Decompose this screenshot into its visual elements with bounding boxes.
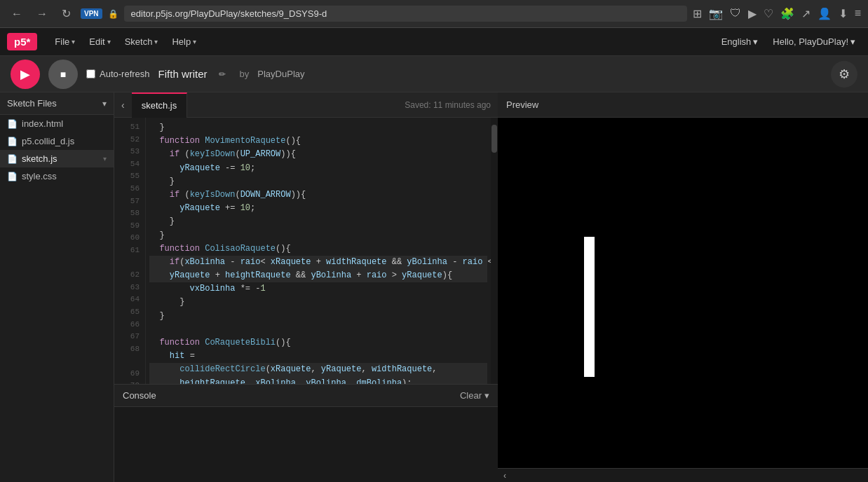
language-button[interactable]: English ▾ — [716, 36, 764, 47]
editor-tab-bar: ‹ sketch.js Saved: 11 minutes ago — [114, 92, 498, 118]
menu-icon[interactable]: ≡ — [855, 7, 861, 20]
sidebar-title: Sketch Files — [7, 98, 57, 109]
stop-icon: ■ — [60, 69, 66, 80]
lock-icon: 🔒 — [108, 9, 118, 19]
shield-icon[interactable]: 🛡 — [730, 7, 741, 20]
file-icon: 📄 — [7, 154, 18, 164]
console-body — [114, 407, 498, 482]
code-line: function CoRaqueteBibli(){ — [149, 336, 487, 350]
puzzle-icon[interactable]: 🧩 — [780, 7, 794, 20]
app-header: p5* File ▾ Edit ▾ Sketch ▾ Help ▾ Englis… — [0, 28, 868, 56]
file-item-index[interactable]: 📄 index.html — [0, 115, 114, 132]
heart-icon[interactable]: ♡ — [764, 7, 773, 20]
console-area: Console Clear ▾ — [114, 384, 498, 482]
code-line: if(xBolinha - raio< xRaquete + widthRaqu… — [149, 256, 487, 269]
user-arrow: ▾ — [850, 36, 855, 47]
preview-area: Preview ‹ — [498, 92, 868, 482]
code-line: } — [149, 121, 487, 135]
forward-button[interactable]: → — [32, 5, 52, 23]
vpn-badge: VPN — [81, 8, 102, 19]
url-bar[interactable] — [124, 6, 687, 22]
code-line: yRaquete -= 10; — [149, 162, 487, 175]
download-icon[interactable]: ⬇ — [839, 7, 848, 20]
browser-bar: ← → ↻ VPN 🔒 ⊞ 📷 🛡 ▶ ♡ 🧩 ↗ 👤 ⬇ ≡ — [0, 0, 868, 28]
line-numbers: 51 52 53 54 55 56 57 58 59 60 61 62 63 6… — [114, 118, 146, 384]
person-icon[interactable]: 👤 — [818, 7, 832, 20]
sketch-menu-arrow: ▾ — [154, 38, 158, 46]
share-icon[interactable]: ↗ — [801, 7, 811, 20]
code-line: } — [149, 175, 487, 188]
console-header: Console Clear ▾ — [114, 385, 498, 407]
sketch-menu[interactable]: Sketch ▾ — [118, 28, 165, 56]
code-line — [149, 323, 487, 336]
file-item-sketch[interactable]: 📄 sketch.js ▾ — [0, 150, 114, 167]
code-line: } — [149, 215, 487, 228]
code-line: function MovimentoRaquete(){ — [149, 135, 487, 148]
header-right: English ▾ Hello, PlayDuPlay! ▾ — [716, 36, 861, 47]
file-menu[interactable]: File ▾ — [48, 28, 82, 56]
code-line: yRaquete += 10; — [149, 202, 487, 215]
preview-canvas — [498, 118, 868, 468]
edit-menu-arrow: ▾ — [107, 38, 111, 46]
toolbar: ▶ ■ Auto-refresh Fifth writer ✏ by PlayD… — [0, 56, 868, 92]
settings-icon: ⚙ — [839, 67, 850, 82]
play-button[interactable]: ▶ — [11, 60, 40, 89]
editor-scrollbar[interactable] — [491, 118, 498, 384]
preview-bottom-bar: ‹ — [498, 468, 868, 482]
sidebar-header: Sketch Files ▾ — [0, 92, 114, 115]
code-line: if (keyIsDown(DOWN_ARROW)){ — [149, 188, 487, 202]
code-line: vxBolinha *= -1 — [149, 282, 487, 296]
tab-sketch-js[interactable]: sketch.js — [132, 92, 188, 118]
code-line: function ColisaoRaquete(){ — [149, 242, 487, 256]
code-line: } — [149, 310, 487, 323]
file-icon: 📄 — [7, 137, 18, 146]
edit-menu[interactable]: Edit ▾ — [82, 28, 117, 56]
help-menu[interactable]: Help ▾ — [165, 28, 203, 56]
author-name: PlayDuPlay — [257, 69, 304, 79]
lang-arrow: ▾ — [753, 36, 758, 47]
browser-icons: ⊞ 📷 🛡 ▶ ♡ 🧩 ↗ 👤 ⬇ ≡ — [693, 7, 861, 20]
code-line: heightRaquete, xBolinha, yBolinha, dmBol… — [149, 377, 487, 384]
file-icon: 📄 — [7, 119, 18, 129]
camera-icon[interactable]: 📷 — [709, 7, 723, 20]
preview-header: Preview — [498, 92, 868, 118]
console-title: Console — [123, 390, 156, 401]
edit-pencil-icon[interactable]: ✏ — [219, 69, 226, 79]
console-clear-button[interactable]: Clear ▾ — [460, 390, 489, 401]
code-editor: 51 52 53 54 55 56 57 58 59 60 61 62 63 6… — [114, 118, 498, 384]
code-line: collideRectCircle(xRaquete, yRaquete, wi… — [149, 363, 487, 376]
auto-refresh-label[interactable]: Auto-refresh — [86, 69, 150, 79]
play-icon[interactable]: ▶ — [748, 7, 757, 20]
by-label: by — [240, 69, 250, 79]
user-button[interactable]: Hello, PlayDuPlay! ▾ — [767, 36, 861, 47]
back-button[interactable]: ← — [7, 5, 27, 23]
main-layout: Sketch Files ▾ 📄 index.html 📄 p5.collid_… — [0, 92, 868, 482]
play-icon: ▶ — [20, 67, 30, 82]
sketch-title: Fifth writer — [158, 68, 208, 80]
file-dropdown-arrow: ▾ — [103, 155, 107, 163]
code-line: yRaquete + heightRaquete && yBolinha + r… — [149, 269, 487, 282]
file-menu-arrow: ▾ — [72, 38, 75, 46]
help-menu-arrow: ▾ — [193, 38, 196, 46]
file-item-p5collid[interactable]: 📄 p5.collid_d.js — [0, 132, 114, 150]
code-line: hit = — [149, 350, 487, 363]
p5-logo: p5* — [7, 33, 37, 50]
code-line: } — [149, 296, 487, 309]
file-icon: 📄 — [7, 172, 18, 181]
preview-scroll-left-icon[interactable]: ‹ — [503, 471, 506, 481]
extensions-icon[interactable]: ⊞ — [693, 7, 702, 20]
refresh-button[interactable]: ↻ — [57, 4, 75, 23]
code-content[interactable]: } function MovimentoRaquete(){ if (keyIs… — [146, 118, 491, 384]
sidebar-toggle[interactable]: ▾ — [102, 99, 107, 109]
code-line: if (keyIsDown(UP_ARROW)){ — [149, 148, 487, 161]
settings-button[interactable]: ⚙ — [831, 61, 857, 88]
auto-refresh-checkbox[interactable] — [86, 69, 95, 78]
stop-button[interactable]: ■ — [48, 60, 78, 89]
code-line: } — [149, 229, 487, 242]
file-item-style[interactable]: 📄 style.css — [0, 167, 114, 185]
save-status: Saved: 11 minutes ago — [405, 100, 498, 110]
collapse-sidebar-button[interactable]: ‹ — [114, 92, 132, 118]
console-chevron-icon: ▾ — [484, 390, 489, 401]
sidebar: Sketch Files ▾ 📄 index.html 📄 p5.collid_… — [0, 92, 114, 482]
preview-game-element — [584, 237, 595, 377]
